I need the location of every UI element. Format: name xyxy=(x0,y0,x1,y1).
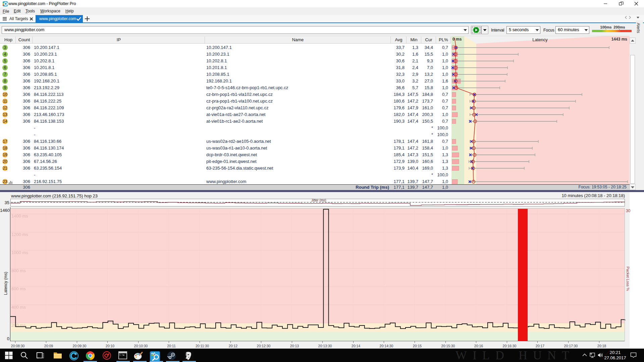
svg-text:1400 ms: 1400 ms xyxy=(11,214,28,219)
svg-text:1000 ms: 1000 ms xyxy=(11,250,28,255)
svg-text:400 ms: 400 ms xyxy=(11,305,26,310)
svg-text:600 ms: 600 ms xyxy=(11,286,26,291)
svg-text:1200 ms: 1200 ms xyxy=(11,232,28,237)
svg-text:Jitter (ms): Jitter (ms) xyxy=(311,199,326,202)
svg-text:800 ms: 800 ms xyxy=(11,268,26,273)
